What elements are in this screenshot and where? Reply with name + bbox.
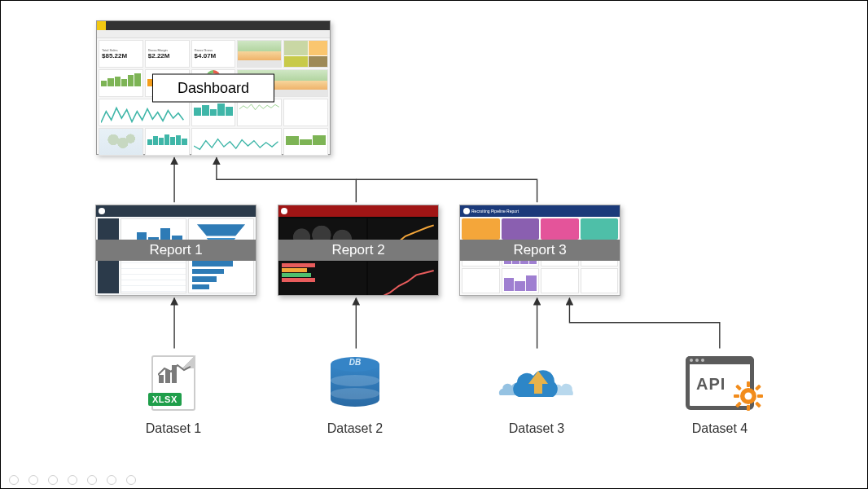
report3-header: Recruiting Pipeline Report — [460, 205, 620, 217]
footer-icon — [107, 475, 116, 485]
xlsx-file-icon: XLSX — [125, 351, 222, 415]
bar-tile-green — [99, 69, 143, 97]
dataset-node-3: Dataset 3 — [488, 351, 585, 436]
dashboard-node: Total Sales $85.22M Gross Margin $2.22M … — [96, 20, 331, 155]
report3-mini-bars-2 — [502, 268, 540, 293]
gear-icon — [734, 381, 763, 411]
dashboard-breadcrumb — [97, 30, 330, 38]
edge-report3-dashboard-bus — [356, 179, 537, 202]
report2-trend-2 — [368, 262, 438, 295]
report2-header — [278, 205, 438, 217]
powerbi-logo-icon — [97, 21, 106, 30]
report2-table — [280, 262, 366, 295]
report1-table-panel — [121, 257, 186, 293]
mini-bar-tile — [283, 128, 328, 156]
area-chart-tile — [237, 40, 282, 68]
svg-rect-8 — [735, 385, 742, 391]
kpi-value: $4.07M — [195, 52, 233, 59]
report3-title: Recruiting Pipeline Report — [471, 209, 519, 214]
footer-icon — [126, 475, 136, 485]
report3-mini-8 — [581, 268, 619, 293]
report-label: Report 3 — [460, 240, 620, 261]
report1-header — [96, 205, 256, 217]
small-tile — [283, 99, 328, 126]
dashboard-window-chrome — [97, 21, 330, 30]
svg-rect-7 — [757, 394, 763, 398]
edge-report2-dashboard — [217, 157, 356, 202]
svg-rect-4 — [747, 381, 750, 387]
footer-icon — [28, 475, 38, 485]
db-badge: DB — [331, 358, 379, 367]
kpi-tile-1: Total Sales $85.22M — [99, 40, 143, 68]
dataset-node-4: API — [671, 351, 769, 436]
svg-rect-10 — [735, 402, 742, 408]
report-node-2: Report 2 — [278, 205, 439, 296]
report3-mini-5 — [462, 268, 500, 293]
bar-tile-teal — [191, 99, 236, 126]
report3-mini-7 — [541, 268, 579, 293]
svg-point-12 — [745, 393, 752, 400]
diagram-canvas: Total Sales $85.22M Gross Margin $2.22M … — [1, 1, 867, 488]
cloud-upload-icon — [488, 351, 585, 415]
column-tile — [145, 128, 190, 156]
treemap-tile — [283, 40, 328, 68]
footer-icon — [87, 475, 97, 485]
report1-hbars-panel — [188, 257, 254, 293]
report-node-3: Recruiting Pipeline Report Report 3 — [459, 205, 620, 296]
svg-rect-11 — [755, 402, 761, 408]
sparkline-tile-1 — [99, 99, 190, 126]
kpi-tile-2: Gross Margin $2.22M — [145, 40, 190, 68]
kpi-tile-3: Gross Gross $4.07M — [191, 40, 236, 68]
dataset-label: Dataset 3 — [488, 421, 585, 436]
dataset-label: Dataset 4 — [671, 421, 769, 436]
svg-rect-9 — [755, 385, 761, 391]
dashboard-label: Dashboard — [152, 73, 274, 102]
wide-sparkline-tile — [191, 128, 283, 156]
xlsx-badge: XLSX — [148, 393, 182, 406]
report-label: Report 1 — [96, 240, 256, 261]
dataset-label: Dataset 2 — [306, 421, 404, 436]
footer-icon — [9, 475, 19, 485]
edge-dataset4-report3 — [569, 298, 719, 349]
svg-rect-5 — [747, 405, 750, 411]
dataset-node-2: DB Dataset 2 — [306, 351, 404, 436]
svg-rect-6 — [734, 394, 739, 398]
dataset-label: Dataset 1 — [125, 421, 222, 436]
map-tile — [99, 128, 143, 156]
api-icon: API — [671, 351, 769, 415]
kpi-value: $85.22M — [102, 52, 140, 59]
sparkline-tile-2 — [237, 99, 282, 126]
kpi-value: $2.22M — [148, 52, 186, 59]
api-badge: API — [696, 375, 726, 394]
footer-icon — [68, 475, 77, 485]
report-node-1: Report 1 — [95, 205, 256, 296]
database-icon: DB — [306, 351, 404, 415]
footer-icon — [48, 475, 58, 485]
dataset-node-1: XLSX Dataset 1 — [125, 351, 222, 436]
footer-toolbar — [9, 475, 136, 485]
report-label: Report 2 — [278, 240, 438, 261]
report3-pipeline-flow — [462, 218, 618, 240]
svg-marker-0 — [197, 224, 245, 236]
